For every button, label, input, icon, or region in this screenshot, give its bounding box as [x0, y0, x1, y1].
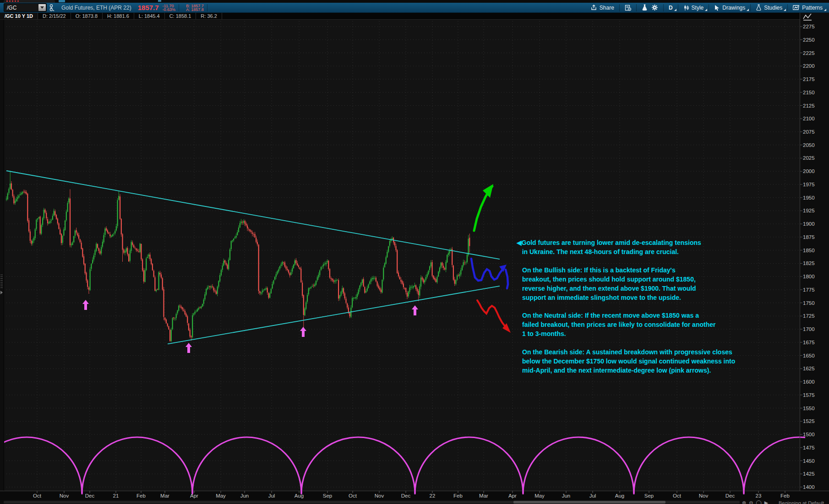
svg-text:1550: 1550 [803, 406, 815, 411]
svg-text:Nov: Nov [375, 493, 384, 499]
svg-text:1500: 1500 [803, 432, 815, 437]
bottom-scroll-strip: ⊕⊖◯▶ Beginning at Default [0, 500, 829, 504]
svg-text:Feb: Feb [136, 493, 146, 499]
svg-text:2125: 2125 [803, 103, 815, 108]
svg-text:Feb: Feb [780, 493, 790, 499]
svg-text:Oct: Oct [33, 493, 42, 499]
bottom-strip-icons[interactable]: ⊕⊖◯▶ [742, 500, 771, 504]
svg-text:1400: 1400 [803, 484, 815, 490]
svg-text:2025: 2025 [803, 155, 815, 161]
svg-text:Mar: Mar [160, 493, 169, 499]
svg-text:2075: 2075 [803, 129, 815, 135]
annotation-text-block-2[interactable]: On the Bullish side: If this is a backte… [522, 266, 696, 302]
svg-text:1675: 1675 [803, 340, 815, 345]
svg-text:1725: 1725 [803, 313, 815, 319]
svg-text:2225: 2225 [803, 50, 815, 56]
thinkorswim-chart-window: /GC Gold Futures, ETH (APR 22) 1857.7 -1… [0, 0, 829, 504]
svg-text:2175: 2175 [803, 76, 815, 82]
svg-text:Feb: Feb [453, 493, 463, 499]
svg-text:1775: 1775 [803, 287, 815, 293]
svg-text:1600: 1600 [803, 379, 815, 385]
left-collapse-rail[interactable] [0, 20, 4, 491]
svg-text:Dec: Dec [85, 493, 95, 499]
svg-text:1425: 1425 [803, 471, 815, 477]
rail-grip [0, 275, 3, 288]
annotation-text-block-1[interactable]: ◀Gold futures are turning lower amid de-… [517, 238, 701, 256]
svg-text:1950: 1950 [803, 195, 815, 201]
svg-text:1925: 1925 [803, 208, 815, 213]
svg-text:1650: 1650 [803, 353, 815, 358]
svg-text:Dec: Dec [725, 493, 735, 499]
svg-text:1875: 1875 [803, 234, 815, 240]
svg-text:1800: 1800 [803, 274, 815, 279]
svg-text:23: 23 [756, 493, 762, 499]
svg-text:Sep: Sep [644, 493, 654, 499]
svg-text:Jul: Jul [268, 493, 275, 499]
svg-text:2000: 2000 [803, 168, 815, 174]
svg-text:1750: 1750 [803, 300, 815, 306]
svg-text:Jul: Jul [589, 493, 596, 499]
svg-text:2275: 2275 [803, 24, 815, 29]
svg-text:May: May [216, 493, 226, 499]
horizontal-scrollbar-thumb[interactable] [513, 501, 665, 504]
svg-text:Aug: Aug [295, 493, 304, 499]
svg-text:2250: 2250 [803, 37, 815, 43]
svg-text:1975: 1975 [803, 182, 815, 187]
svg-text:2200: 2200 [803, 63, 815, 69]
svg-text:22: 22 [430, 493, 436, 499]
horizontal-scrollbar-track[interactable] [4, 501, 740, 504]
svg-text:2050: 2050 [803, 142, 815, 148]
bottom-strip-hint: Beginning at Default [779, 500, 824, 504]
chart-canvas[interactable]: 2275225022252200217521502125210020752050… [0, 0, 829, 504]
svg-text:Apr: Apr [508, 493, 517, 499]
svg-text:1900: 1900 [803, 221, 815, 227]
svg-text:1525: 1525 [803, 418, 815, 424]
svg-text:1825: 1825 [803, 260, 815, 266]
svg-text:Oct: Oct [673, 493, 682, 499]
annotation-text-block-4[interactable]: On the Bearish side: A sustained breakdo… [522, 347, 735, 375]
svg-text:Nov: Nov [60, 493, 69, 499]
svg-text:1450: 1450 [803, 458, 815, 464]
svg-text:1475: 1475 [803, 445, 815, 450]
rail-expand-icon [0, 291, 3, 294]
svg-text:Jun: Jun [240, 493, 249, 499]
svg-text:2150: 2150 [803, 90, 815, 95]
svg-text:May: May [534, 493, 545, 499]
svg-text:Apr: Apr [190, 493, 198, 499]
svg-text:Jun: Jun [562, 493, 571, 499]
svg-text:Oct: Oct [349, 493, 357, 499]
annotation-text-block-3[interactable]: On the Neutral side: If the recent move … [522, 311, 715, 338]
svg-text:Sep: Sep [323, 493, 332, 499]
svg-text:Nov: Nov [699, 493, 709, 499]
svg-text:Dec: Dec [401, 493, 411, 499]
svg-text:1625: 1625 [803, 366, 815, 371]
svg-text:2100: 2100 [803, 116, 815, 121]
svg-text:1700: 1700 [803, 326, 815, 332]
svg-text:1575: 1575 [803, 392, 815, 398]
svg-text:Aug: Aug [615, 493, 624, 499]
svg-text:21: 21 [113, 493, 119, 499]
svg-text:Mar: Mar [479, 493, 488, 499]
svg-text:1850: 1850 [803, 248, 815, 253]
